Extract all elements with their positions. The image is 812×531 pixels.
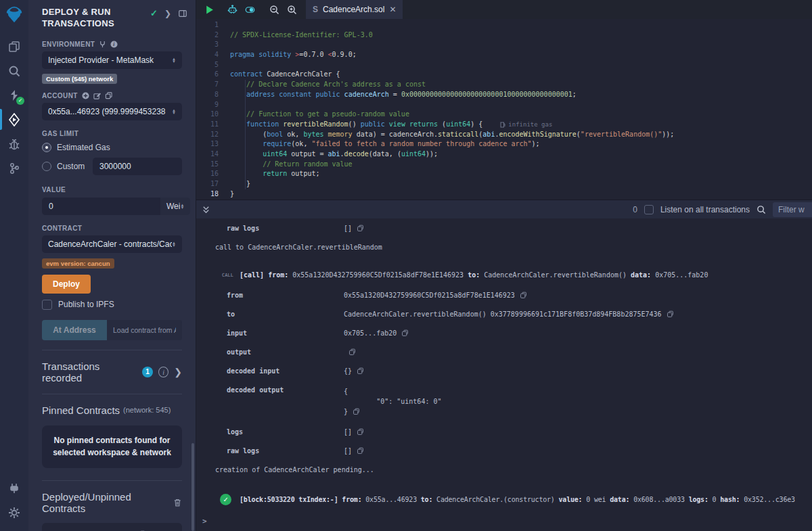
section-divider bbox=[42, 394, 182, 394]
pinned-empty-message: No pinned contracts found for selected w… bbox=[42, 425, 182, 468]
add-account-icon[interactable] bbox=[82, 92, 89, 99]
copy-icon[interactable] bbox=[357, 225, 364, 232]
value-unit-select[interactable]: Wei ▲▼ bbox=[160, 198, 190, 215]
line-number: 15 bbox=[196, 160, 230, 170]
copy-icon[interactable] bbox=[357, 428, 364, 436]
debugger-icon[interactable] bbox=[0, 133, 28, 155]
custom-gas-radio[interactable] bbox=[42, 162, 51, 171]
code-line: 9 bbox=[196, 100, 812, 110]
deploy-and-run-icon[interactable] bbox=[0, 108, 28, 131]
terminal-search-icon[interactable] bbox=[757, 205, 766, 214]
contract-select[interactable]: CadenceArchCaler - contracts/Cac ▲▼ bbox=[42, 235, 182, 253]
terminal-filter-input[interactable] bbox=[773, 202, 812, 217]
terminal-kv-row: logs[] bbox=[196, 428, 812, 436]
fork-state-icon[interactable] bbox=[99, 41, 106, 48]
tab-close-icon[interactable]: ✕ bbox=[389, 5, 396, 14]
code-line: 5 bbox=[196, 60, 812, 70]
copy-icon[interactable] bbox=[357, 367, 364, 375]
icon-sidebar: ✓ bbox=[0, 0, 28, 531]
deploy-run-panel: DEPLOY & RUN TRANSACTIONS ✓ ❯ ENVIRONMEN… bbox=[28, 0, 196, 531]
value-label: VALUE bbox=[42, 186, 182, 193]
row-value: [] bbox=[344, 225, 364, 232]
account-select[interactable]: 0x55a...46923 (999.9999453238 ▲▼ bbox=[42, 103, 182, 120]
value-unit: Wei bbox=[166, 202, 180, 211]
row-value: 0x55a1320D432759960C5Df0215a8dF78e1E1469… bbox=[344, 292, 527, 299]
compile-success-badge: ✓ bbox=[16, 97, 24, 105]
search-icon[interactable] bbox=[0, 60, 28, 82]
line-number: 12 bbox=[196, 130, 230, 140]
terminal-kv-row: input0x705...fab20 bbox=[196, 329, 812, 337]
transactions-info-icon[interactable]: i bbox=[158, 367, 168, 377]
environment-select[interactable]: Injected Provider - MetaMask ▲▼ bbox=[42, 51, 182, 69]
transactions-count-badge: 1 bbox=[142, 367, 153, 377]
code-editor[interactable]: 12// SPDX-License-Identifier: GPL-3.034p… bbox=[196, 19, 812, 200]
account-label-row: ACCOUNT bbox=[42, 92, 182, 99]
panel-scrollbar[interactable] bbox=[191, 443, 194, 531]
ai-assistant-icon[interactable] bbox=[223, 0, 241, 19]
code-line: 10 // Function to get a pseudo-random va… bbox=[196, 110, 812, 120]
account-label: ACCOUNT bbox=[42, 92, 78, 99]
transactions-expand-icon[interactable]: ❯ bbox=[174, 367, 182, 377]
code-line: 16 return output; bbox=[196, 169, 812, 179]
terminal-kv-row: from0x55a1320D432759960C5Df0215a8dF78e1E… bbox=[196, 292, 812, 299]
at-address-input[interactable] bbox=[107, 320, 182, 340]
line-number: 14 bbox=[196, 149, 230, 160]
plugin-manager-icon[interactable] bbox=[0, 477, 28, 499]
terminal-prompt[interactable]: > bbox=[202, 517, 207, 526]
code-line: 3 bbox=[196, 40, 812, 50]
panel-expand-icon[interactable]: ❯ bbox=[164, 9, 171, 18]
panel-title: DEPLOY & RUN TRANSACTIONS bbox=[42, 7, 143, 30]
gas-annotation: infinite gas bbox=[500, 120, 552, 130]
remix-logo-icon[interactable] bbox=[4, 4, 24, 24]
line-number: 8 bbox=[196, 90, 230, 100]
copy-icon[interactable] bbox=[353, 408, 360, 415]
deploy-button[interactable]: Deploy bbox=[42, 275, 91, 294]
zoom-out-icon[interactable] bbox=[265, 0, 283, 19]
terminal-count: 0 bbox=[633, 205, 637, 214]
estimated-gas-radio[interactable] bbox=[42, 143, 51, 152]
sign-message-icon[interactable] bbox=[93, 92, 101, 99]
zoom-in-icon[interactable] bbox=[283, 0, 300, 19]
solidity-compiler-icon[interactable]: ✓ bbox=[0, 84, 28, 106]
terminal-collapse-icon[interactable] bbox=[202, 205, 210, 214]
custom-gas-input[interactable] bbox=[93, 158, 182, 175]
row-value: [] bbox=[344, 428, 364, 436]
ai-copilot-toggle-icon[interactable] bbox=[241, 0, 258, 19]
code-line: 17 } bbox=[196, 179, 812, 189]
terminal-kv-row: output bbox=[196, 348, 812, 356]
run-script-icon[interactable] bbox=[200, 0, 218, 19]
pin-panel-icon[interactable] bbox=[178, 9, 187, 18]
terminal-text-row: call to CadenceArchCaler.revertibleRando… bbox=[196, 244, 812, 251]
code-line: 7 // Declare Cadence Arch's address as a… bbox=[196, 80, 812, 90]
tab-cadencearch-sol[interactable]: S CadenceArch.sol ✕ bbox=[306, 0, 403, 19]
publish-ipfs-checkbox[interactable] bbox=[42, 300, 52, 310]
line-number: 3 bbox=[196, 40, 230, 50]
listen-transactions-label: Listen on all transactions bbox=[660, 205, 750, 214]
settings-gear-icon[interactable] bbox=[0, 501, 28, 524]
file-explorer-icon[interactable] bbox=[0, 35, 28, 57]
pinned-contracts-title: Pinned Contracts (network: 545) bbox=[42, 405, 182, 416]
line-number: 18 bbox=[196, 189, 230, 200]
copy-icon[interactable] bbox=[520, 292, 527, 299]
line-number: 1 bbox=[196, 20, 230, 30]
environment-info-icon[interactable]: i bbox=[110, 41, 118, 48]
copy-icon[interactable] bbox=[667, 310, 674, 318]
copy-account-icon[interactable] bbox=[105, 92, 112, 99]
row-label: raw logs bbox=[227, 447, 344, 455]
line-number: 2 bbox=[196, 30, 230, 41]
at-address-button[interactable]: At Address bbox=[42, 320, 107, 340]
copy-icon[interactable] bbox=[348, 348, 356, 356]
copy-icon[interactable] bbox=[401, 329, 409, 337]
trash-icon[interactable] bbox=[173, 498, 182, 507]
code-line: 12 (bool ok, bytes memory data) = cadenc… bbox=[196, 130, 812, 140]
terminal-toolbar: 0 Listen on all transactions bbox=[196, 200, 812, 218]
publish-ipfs-label: Publish to IPFS bbox=[58, 300, 114, 309]
chevron-updown-icon: ▲▼ bbox=[172, 241, 176, 247]
copy-icon[interactable] bbox=[357, 447, 364, 455]
pinned-network-text: (network: 545) bbox=[123, 406, 171, 414]
terminal-kv-row: raw logs[] bbox=[196, 447, 812, 455]
value-input[interactable] bbox=[42, 198, 160, 215]
indent-guide bbox=[245, 80, 246, 189]
source-control-icon[interactable] bbox=[0, 157, 28, 179]
listen-transactions-checkbox[interactable] bbox=[644, 205, 654, 214]
